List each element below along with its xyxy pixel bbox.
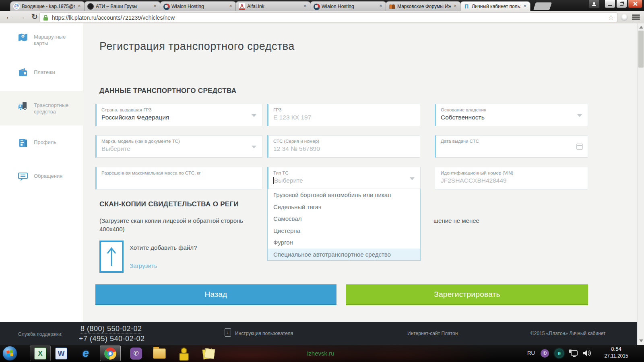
back-nav-button[interactable]: ← [3, 12, 14, 22]
taskbar-viber-button[interactable]: ✆ [126, 346, 147, 361]
platon-site-link[interactable]: Интернет-сайт Платон [407, 331, 458, 336]
tab-title: Wialon Hosting [322, 4, 376, 9]
download-manual-icon: ↓ [225, 328, 231, 337]
tray-viber-icon[interactable]: ✆ [541, 349, 549, 358]
network-icon[interactable] [569, 349, 578, 358]
language-indicator[interactable]: RU [527, 350, 535, 356]
dropdown-option[interactable]: Грузовой бортовой автомобиль или пикап [268, 189, 420, 201]
close-button[interactable] [628, 0, 642, 8]
sidebar-item-payments[interactable]: Платежи [0, 68, 83, 85]
register-button[interactable]: Зарегистрировать [346, 284, 588, 305]
tray-eset-icon[interactable]: e [555, 349, 564, 358]
upload-arrow-icon [106, 246, 117, 267]
chrome-menu-icon[interactable] [632, 14, 640, 20]
sidebar-item-route-maps[interactable]: Маршрутные карты [0, 32, 83, 50]
back-button[interactable]: Назад [95, 284, 336, 305]
taskbar-explorer-button[interactable] [149, 346, 170, 361]
page-scrollbar[interactable] [637, 23, 644, 345]
taskbar-separator [123, 346, 123, 360]
reload-button[interactable]: ↻ [29, 12, 40, 22]
vin-field[interactable]: Идентификационный номер (VIN) JF2SHACCXB… [435, 167, 588, 189]
support-phone-1[interactable]: 8 (800) 550-02-02 [80, 325, 142, 334]
volume-icon[interactable] [583, 349, 592, 357]
word-icon: W [55, 348, 67, 360]
field-value: Российская Федерация [101, 114, 250, 121]
vehicle-type-combo[interactable]: Тип ТС Выберите [267, 167, 421, 189]
tab-title: Личный кабинет пользо [472, 4, 520, 9]
start-button[interactable] [2, 346, 17, 361]
url-text[interactable]: https://lk.platon.ru/accounts/721239/veh… [52, 14, 175, 21]
taskbar-ie-button[interactable]: e [75, 346, 96, 361]
upload-link[interactable]: Загрузить [130, 262, 157, 269]
chevron-down-icon[interactable] [410, 177, 415, 180]
scrollbar-thumb[interactable] [638, 31, 644, 68]
tab-close-icon[interactable]: × [152, 3, 158, 9]
taskbar-word-button[interactable]: W [51, 346, 72, 361]
country-select[interactable]: Страна, выдавшая ГРЗ Российская Федераци… [95, 104, 262, 126]
chevron-down-icon[interactable] [577, 114, 582, 117]
page-viewport: Маршрутные карты Платежи Транс [0, 23, 644, 345]
tab-wialon-2[interactable]: Wialon Hosting × [310, 1, 386, 11]
field-placeholder: 12 34 № 567890 [273, 145, 408, 152]
tab-close-icon[interactable]: × [228, 3, 233, 9]
tab-close-icon[interactable]: × [522, 3, 528, 9]
dropdown-option[interactable]: Фургон [268, 237, 420, 249]
minimize-button[interactable] [605, 0, 615, 8]
field-label: Идентификационный номер (VIN) [441, 171, 576, 175]
new-tab-button[interactable] [533, 2, 552, 10]
chevron-down-icon[interactable] [252, 114, 256, 117]
tab-inbox[interactable]: @ Входящие - kap.1975@m × [10, 1, 85, 11]
sidebar-item-requests[interactable]: Обращения [0, 171, 83, 189]
scan-hint-line1-right: шение не менее [433, 217, 479, 224]
make-model-select[interactable]: Марка, модель (как в документе ТС) Выбер… [95, 135, 262, 158]
wialon-icon [314, 4, 320, 10]
sts-date-field[interactable]: Дата выдачи СТС [435, 135, 588, 158]
chat-icon [18, 171, 28, 182]
tab-wialon-1[interactable]: Wialon Hosting × [160, 1, 236, 11]
field-label: Марка, модель (как в документе ТС) [101, 139, 250, 144]
upload-dropzone[interactable] [99, 241, 124, 273]
tab-title: Марковские Форумы Иж [397, 4, 451, 9]
scroll-up-icon[interactable] [639, 26, 643, 29]
taskbar-chrome-button[interactable] [100, 346, 121, 361]
dropdown-option-highlighted[interactable]: Специальное автотранспортное средство [268, 249, 420, 261]
url-bar[interactable]: https://lk.platon.ru/accounts/721239/veh… [39, 12, 617, 22]
scroll-down-icon[interactable] [639, 339, 643, 342]
platon-icon: П [463, 3, 470, 10]
sidebar-item-vehicles[interactable]: Транспортные средства [0, 101, 83, 118]
dropdown-option[interactable]: Седельный тягач [268, 201, 420, 213]
forward-nav-button[interactable]: → [16, 12, 27, 22]
sidebar-item-profile[interactable]: Профиль [0, 138, 83, 155]
dropdown-option[interactable]: Самосвал [268, 213, 420, 225]
plate-number-field[interactable]: ГРЗ Е 123 КХ 197 [267, 104, 420, 126]
tab-close-icon[interactable]: × [302, 3, 308, 9]
tray-clock[interactable]: 8:54 27.11.2015 [592, 346, 640, 359]
taskbar-excel-button[interactable]: X [30, 346, 51, 361]
taskbar-notes-button[interactable] [198, 346, 219, 361]
extension-icon[interactable] [621, 14, 628, 21]
taskbar-qip-button[interactable] [173, 346, 194, 361]
tab-close-icon[interactable]: × [452, 3, 458, 9]
bookmark-star-icon[interactable]: ☆ [608, 14, 614, 21]
field-placeholder: JF2SHACCXBH428449 [441, 177, 576, 184]
calendar-icon[interactable] [576, 144, 583, 150]
sts-number-field[interactable]: СТС (Серия и номер) 12 34 № 567890 [267, 135, 420, 158]
ownership-select[interactable]: Основание владения Собственность [435, 104, 588, 126]
user-manual-link[interactable]: Инструкция пользователя [235, 331, 293, 336]
max-mass-field[interactable]: Разрешенная максимальная масса по СТС, к… [95, 167, 262, 189]
lock-icon [43, 15, 48, 21]
sticky-notes-icon [202, 348, 214, 360]
tab-close-icon[interactable]: × [76, 3, 82, 9]
close-icon [633, 2, 638, 6]
tab-close-icon[interactable]: × [378, 3, 384, 9]
tab-ati[interactable]: АТИ – Ваши Грузы × [84, 1, 161, 11]
tab-forum[interactable]: Марковские Форумы Иж × [386, 1, 461, 11]
profile-button[interactable] [588, 0, 600, 8]
chrome-icon [104, 348, 116, 360]
tab-platon-active[interactable]: П Личный кабинет пользо × [460, 1, 530, 11]
dropdown-option[interactable]: Цистерна [268, 225, 420, 237]
restore-button[interactable] [616, 0, 627, 8]
tab-title: АТИ – Ваши Грузы [96, 4, 151, 9]
chevron-down-icon[interactable] [252, 146, 256, 148]
tab-alfalink[interactable]: A AlfaLink × [235, 1, 311, 11]
